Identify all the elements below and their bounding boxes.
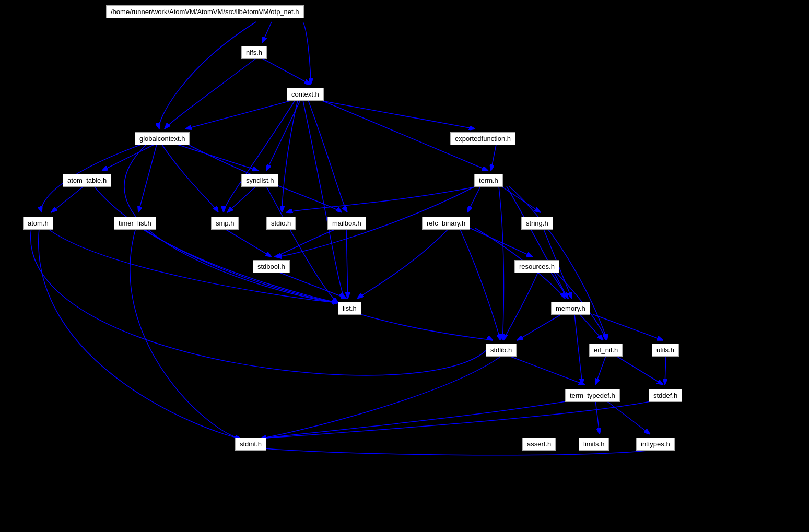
node-erl-nif: erl_nif.h — [589, 344, 623, 357]
node-timer-list: timer_list.h — [114, 217, 156, 230]
node-mailbox: mailbox.h — [327, 217, 366, 230]
node-atom: atom.h — [23, 217, 53, 230]
node-stdio: stdio.h — [266, 217, 296, 230]
node-synclist: synclist.h — [241, 174, 278, 187]
node-limits: limits.h — [579, 438, 609, 451]
node-stdlib: stdlib.h — [486, 344, 517, 357]
node-exportedfunction: exportedfunction.h — [450, 132, 515, 145]
node-refc-binary: refc_binary.h — [422, 217, 470, 230]
node-globalcontext: globalcontext.h — [135, 132, 190, 145]
node-assert: assert.h — [522, 438, 556, 451]
node-stdint: stdint.h — [235, 438, 266, 451]
node-stdbool: stdbool.h — [253, 260, 290, 273]
node-string: string.h — [521, 217, 553, 230]
node-smp: smp.h — [211, 217, 239, 230]
node-term-typedef: term_typedef.h — [565, 389, 620, 402]
node-resources: resources.h — [514, 260, 559, 273]
node-atom-table: atom_table.h — [63, 174, 111, 187]
node-otp-net: /home/runner/work/AtomVM/AtomVM/src/libA… — [106, 5, 304, 18]
node-inttypes: inttypes.h — [636, 438, 675, 451]
node-nifs: nifs.h — [241, 46, 267, 59]
node-utils: utils.h — [652, 344, 679, 357]
node-memory: memory.h — [551, 302, 590, 315]
node-list: list.h — [338, 302, 361, 315]
node-term: term.h — [474, 174, 503, 187]
node-context: context.h — [287, 88, 324, 101]
node-stddef: stddef.h — [649, 389, 682, 402]
